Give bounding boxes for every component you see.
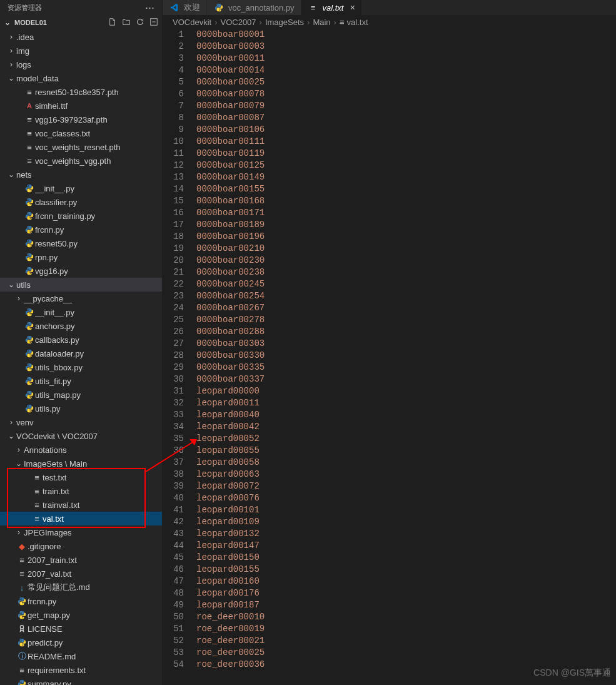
tree-item-label: ImageSets \ Main: [24, 459, 158, 469]
file-item[interactable]: ≡val.txt: [0, 512, 162, 525]
tree-item-label: voc_classes.txt: [35, 129, 158, 138]
tree-item-label: vgg16-397923af.pth: [35, 115, 158, 124]
chevron-right-icon: ›: [260, 18, 262, 27]
new-file-icon[interactable]: [108, 18, 117, 28]
line-number: 31: [163, 385, 184, 397]
file-item[interactable]: ≡voc_weights_vgg.pth: [0, 154, 162, 168]
file-item[interactable]: rpn.py: [0, 250, 162, 264]
breadcrumb-item[interactable]: Main: [313, 18, 330, 27]
line-number: 21: [163, 266, 184, 278]
line-number: 23: [163, 290, 184, 302]
tree-item-label: frcnn_training.py: [35, 211, 158, 221]
file-item[interactable]: ≡trainval.txt: [0, 498, 162, 512]
file-item[interactable]: ≡2007_val.txt: [0, 567, 162, 581]
file-item[interactable]: dataloader.py: [0, 347, 162, 360]
readme-icon: ⓘ: [16, 651, 28, 662]
file-item[interactable]: ≡voc_weights_resnet.pth: [0, 140, 162, 154]
file-item[interactable]: classifier.py: [0, 195, 162, 209]
line-number: 15: [163, 195, 184, 207]
line-number: 10: [163, 136, 184, 148]
breadcrumb[interactable]: VOCdevkit›VOC2007›ImageSets›Main›≡ val.t…: [163, 15, 616, 29]
file-item[interactable]: ↓常见问题汇总.md: [0, 581, 162, 594]
breadcrumb-item[interactable]: VOCdevkit: [173, 18, 211, 27]
binary-file-icon: ≡: [24, 143, 35, 152]
file-item[interactable]: utils_fit.py: [0, 374, 162, 388]
folder-item[interactable]: ⌄VOCdevkit \ VOC2007: [0, 429, 162, 443]
file-item[interactable]: ◆.gitignore: [0, 539, 162, 553]
tree-item-label: .idea: [16, 33, 158, 42]
editor-tab[interactable]: ≡val.txt×: [301, 0, 362, 15]
file-item[interactable]: callbacks.py: [0, 333, 162, 347]
code-line: roe_deer00025: [196, 647, 616, 659]
python-icon: [24, 404, 35, 413]
folder-item[interactable]: ›img: [0, 44, 162, 58]
folder-item[interactable]: ›.idea: [0, 30, 162, 44]
file-item[interactable]: predict.py: [0, 636, 162, 649]
new-folder-icon[interactable]: [122, 18, 131, 28]
code-line: 0000boar00230: [196, 255, 616, 266]
file-item[interactable]: frcnn.py: [0, 594, 162, 608]
line-number: 50: [163, 611, 184, 623]
folder-item[interactable]: ⌄model_data: [0, 71, 162, 85]
file-item[interactable]: ≡train.txt: [0, 484, 162, 498]
code-line: 0000boar00337: [196, 373, 616, 385]
tree-item-label: frcnn.py: [35, 225, 158, 235]
file-item[interactable]: summary.py: [0, 677, 162, 685]
file-item[interactable]: vgg16.py: [0, 264, 162, 278]
file-item[interactable]: utils.py: [0, 402, 162, 415]
line-number: 6: [163, 88, 184, 100]
file-item[interactable]: __init__.py: [0, 305, 162, 319]
file-item[interactable]: ≡resnet50-19c8e357.pth: [0, 85, 162, 99]
file-item[interactable]: frcnn.py: [0, 223, 162, 236]
file-item[interactable]: ⓘREADME.md: [0, 649, 162, 663]
file-item[interactable]: frcnn_training.py: [0, 209, 162, 223]
file-item[interactable]: anchors.py: [0, 319, 162, 333]
file-item[interactable]: get_map.py: [0, 608, 162, 622]
breadcrumb-item[interactable]: VOC2007: [220, 18, 256, 27]
file-item[interactable]: ≡requirements.txt: [0, 663, 162, 677]
code-line: 0000boar00254: [196, 290, 616, 302]
text-file-icon: ≡: [308, 3, 319, 13]
file-item[interactable]: ≡voc_classes.txt: [0, 126, 162, 140]
collapse-icon[interactable]: [149, 18, 158, 28]
folder-item[interactable]: ›logs: [0, 58, 162, 71]
code-area[interactable]: 1234567891011121314151617181920212223242…: [163, 29, 616, 685]
file-item[interactable]: resnet50.py: [0, 236, 162, 250]
file-item[interactable]: __init__.py: [0, 181, 162, 195]
folder-item[interactable]: ⌄utils: [0, 278, 162, 292]
more-actions-icon[interactable]: ⋯: [145, 2, 154, 13]
file-item[interactable]: ≡vgg16-397923af.pth: [0, 113, 162, 126]
file-item[interactable]: Asimhei.ttf: [0, 99, 162, 113]
file-item[interactable]: ≡2007_train.txt: [0, 553, 162, 567]
python-icon: [24, 184, 35, 193]
folder-item[interactable]: ⌄ImageSets \ Main: [0, 457, 162, 470]
line-number: 3: [163, 53, 184, 64]
python-icon: [213, 3, 225, 12]
line-number: 12: [163, 160, 184, 171]
breadcrumb-item[interactable]: ≡ val.txt: [340, 18, 368, 27]
project-header[interactable]: ⌄ MODEL01: [0, 15, 162, 30]
file-item[interactable]: utils_map.py: [0, 388, 162, 402]
file-item[interactable]: utils_bbox.py: [0, 360, 162, 374]
close-icon[interactable]: ×: [350, 3, 355, 13]
line-number: 2: [163, 41, 184, 53]
editor-tab[interactable]: 欢迎: [163, 0, 207, 15]
refresh-icon[interactable]: [136, 18, 144, 28]
folder-item[interactable]: ›Annotations: [0, 443, 162, 457]
chevron-icon: ›: [6, 33, 16, 41]
folder-item[interactable]: ›JPEGImages: [0, 525, 162, 539]
tree-item-label: trainval.txt: [43, 500, 158, 510]
python-icon: [16, 597, 28, 606]
tree-item-label: val.txt: [43, 514, 158, 524]
tree-item-label: nets: [16, 170, 158, 180]
folder-item[interactable]: ›__pycache__: [0, 292, 162, 305]
text-file-icon: ≡: [31, 500, 43, 510]
breadcrumb-item[interactable]: ImageSets: [265, 18, 304, 27]
editor-tab[interactable]: voc_annotation.py: [207, 0, 301, 15]
folder-item[interactable]: ⌄nets: [0, 168, 162, 181]
code-line: roe_deer00010: [196, 611, 616, 623]
code-line: leopard00147: [196, 540, 616, 552]
folder-item[interactable]: ›venv: [0, 415, 162, 429]
file-item[interactable]: ≡test.txt: [0, 470, 162, 484]
file-item[interactable]: LICENSE: [0, 622, 162, 636]
